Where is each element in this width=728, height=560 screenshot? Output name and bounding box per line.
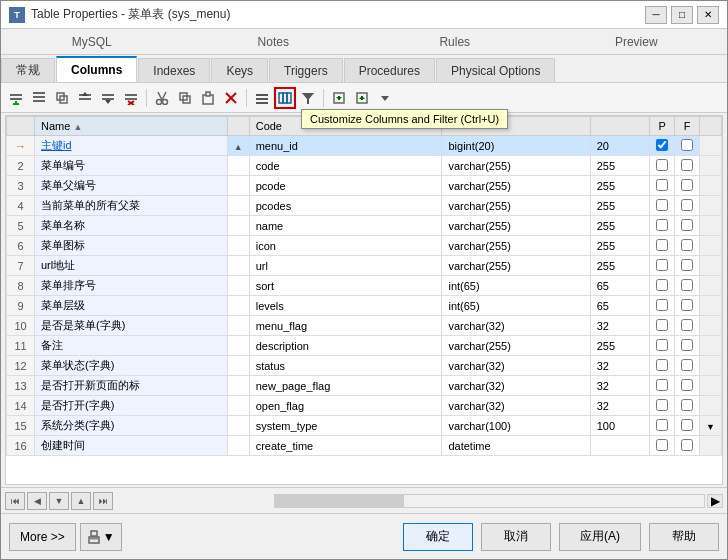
- copy-button[interactable]: [174, 87, 196, 109]
- fk-checkbox[interactable]: [681, 379, 693, 391]
- table-row[interactable]: 2菜单编号codevarchar(255)255: [7, 156, 722, 176]
- column-primary-key[interactable]: [650, 336, 675, 356]
- column-primary-key[interactable]: [650, 176, 675, 196]
- pk-checkbox[interactable]: [656, 419, 668, 431]
- table-row[interactable]: →主键id▲menu_idbigint(20)20: [7, 136, 722, 156]
- add-column-button[interactable]: [5, 87, 27, 109]
- nav-down[interactable]: ▼: [49, 492, 69, 510]
- column-foreign-key[interactable]: [675, 296, 700, 316]
- table-row[interactable]: 14是否打开(字典)open_flagvarchar(32)32: [7, 396, 722, 416]
- tab-triggers[interactable]: Triggers: [269, 58, 343, 82]
- column-primary-key[interactable]: [650, 216, 675, 236]
- column-foreign-key[interactable]: [675, 376, 700, 396]
- fk-checkbox[interactable]: [681, 359, 693, 371]
- close-button[interactable]: ✕: [697, 6, 719, 24]
- table-row[interactable]: 7url地址urlvarchar(255)255: [7, 256, 722, 276]
- tab-physical[interactable]: Physical Options: [436, 58, 555, 82]
- tab-general[interactable]: 常规: [1, 58, 55, 82]
- table-row[interactable]: 6菜单图标iconvarchar(255)255: [7, 236, 722, 256]
- scroll-right[interactable]: ▶: [707, 494, 723, 508]
- pk-checkbox[interactable]: [656, 179, 668, 191]
- cancel-button[interactable]: 取消: [481, 523, 551, 551]
- column-primary-key[interactable]: [650, 396, 675, 416]
- fk-checkbox[interactable]: [681, 199, 693, 211]
- fk-checkbox[interactable]: [681, 299, 693, 311]
- fk-checkbox[interactable]: [681, 279, 693, 291]
- filter-button[interactable]: [297, 87, 319, 109]
- table-row[interactable]: 3菜单父编号pcodevarchar(255)255: [7, 176, 722, 196]
- properties-button[interactable]: [251, 87, 273, 109]
- column-primary-key[interactable]: [650, 376, 675, 396]
- pk-checkbox[interactable]: [656, 139, 668, 151]
- column-foreign-key[interactable]: [675, 416, 700, 436]
- move-up-button[interactable]: [74, 87, 96, 109]
- pk-checkbox[interactable]: [656, 439, 668, 451]
- pk-checkbox[interactable]: [656, 299, 668, 311]
- column-primary-key[interactable]: [650, 356, 675, 376]
- clear-button[interactable]: [220, 87, 242, 109]
- horizontal-scrollbar[interactable]: [274, 494, 705, 508]
- fk-checkbox[interactable]: [681, 419, 693, 431]
- column-foreign-key[interactable]: [675, 316, 700, 336]
- column-primary-key[interactable]: [650, 156, 675, 176]
- table-row[interactable]: 12菜单状态(字典)statusvarchar(32)32: [7, 356, 722, 376]
- col-header-name[interactable]: Name ▲: [35, 117, 228, 136]
- fk-checkbox[interactable]: [681, 259, 693, 271]
- pk-checkbox[interactable]: [656, 199, 668, 211]
- column-primary-key[interactable]: [650, 276, 675, 296]
- column-foreign-key[interactable]: [675, 276, 700, 296]
- import-button[interactable]: [328, 87, 350, 109]
- column-foreign-key[interactable]: [675, 396, 700, 416]
- column-foreign-key[interactable]: [675, 436, 700, 456]
- pk-checkbox[interactable]: [656, 219, 668, 231]
- pk-checkbox[interactable]: [656, 279, 668, 291]
- column-foreign-key[interactable]: [675, 176, 700, 196]
- fk-checkbox[interactable]: [681, 439, 693, 451]
- tab-notes[interactable]: Notes: [183, 29, 365, 54]
- columns-table-container[interactable]: Name ▲ Code P F →主键id▲menu_idbigint(20)2…: [5, 115, 723, 485]
- column-foreign-key[interactable]: [675, 236, 700, 256]
- column-foreign-key[interactable]: [675, 156, 700, 176]
- fk-checkbox[interactable]: [681, 399, 693, 411]
- tab-rules[interactable]: Rules: [364, 29, 546, 54]
- fk-checkbox[interactable]: [681, 179, 693, 191]
- help-button[interactable]: 帮助: [649, 523, 719, 551]
- fk-checkbox[interactable]: [681, 139, 693, 151]
- column-foreign-key[interactable]: [675, 136, 700, 156]
- table-row[interactable]: 4当前菜单的所有父菜pcodesvarchar(255)255: [7, 196, 722, 216]
- table-row[interactable]: 10是否是菜单(字典)menu_flagvarchar(32)32: [7, 316, 722, 336]
- confirm-button[interactable]: 确定: [403, 523, 473, 551]
- tab-mysql[interactable]: MySQL: [1, 29, 183, 54]
- column-primary-key[interactable]: [650, 236, 675, 256]
- pk-checkbox[interactable]: [656, 159, 668, 171]
- cut-button[interactable]: [151, 87, 173, 109]
- pk-checkbox[interactable]: [656, 239, 668, 251]
- column-primary-key[interactable]: [650, 416, 675, 436]
- dropdown-button[interactable]: [374, 87, 396, 109]
- column-primary-key[interactable]: [650, 256, 675, 276]
- duplicate-button[interactable]: [51, 87, 73, 109]
- move-down-button[interactable]: [97, 87, 119, 109]
- fk-checkbox[interactable]: [681, 319, 693, 331]
- table-row[interactable]: 9菜单层级levelsint(65)65: [7, 296, 722, 316]
- fk-checkbox[interactable]: [681, 159, 693, 171]
- column-primary-key[interactable]: [650, 316, 675, 336]
- column-foreign-key[interactable]: [675, 216, 700, 236]
- table-row[interactable]: 15系统分类(字典)system_typevarchar(100)100▼: [7, 416, 722, 436]
- column-primary-key[interactable]: [650, 196, 675, 216]
- column-foreign-key[interactable]: [675, 196, 700, 216]
- more-button[interactable]: More >>: [9, 523, 76, 551]
- print-button[interactable]: ▼: [80, 523, 122, 551]
- delete-button[interactable]: [120, 87, 142, 109]
- pk-checkbox[interactable]: [656, 399, 668, 411]
- export-button[interactable]: [351, 87, 373, 109]
- col-header-length[interactable]: [590, 117, 649, 136]
- pk-checkbox[interactable]: [656, 379, 668, 391]
- column-foreign-key[interactable]: [675, 336, 700, 356]
- minimize-button[interactable]: ─: [645, 6, 667, 24]
- insert-column-button[interactable]: [28, 87, 50, 109]
- column-foreign-key[interactable]: [675, 356, 700, 376]
- column-primary-key[interactable]: [650, 296, 675, 316]
- tab-indexes[interactable]: Indexes: [138, 58, 210, 82]
- customize-columns-button[interactable]: [274, 87, 296, 109]
